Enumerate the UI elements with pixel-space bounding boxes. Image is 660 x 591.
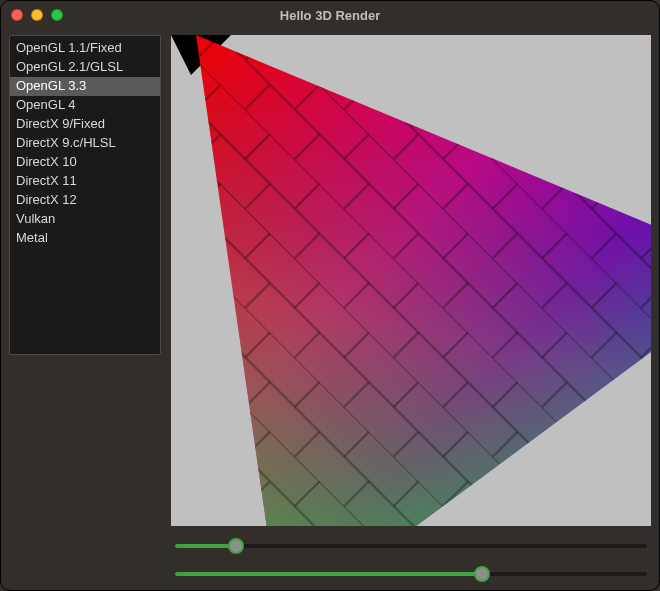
list-item[interactable]: DirectX 10: [10, 153, 160, 172]
window-controls: [11, 9, 63, 21]
close-icon[interactable]: [11, 9, 23, 21]
zoom-icon[interactable]: [51, 9, 63, 21]
titlebar: Hello 3D Render: [1, 1, 659, 29]
app-window: Hello 3D Render OpenGL 1.1/FixedOpenGL 2…: [0, 0, 660, 591]
slider-panel: [171, 536, 651, 582]
main-panel: [171, 35, 651, 582]
minimize-icon[interactable]: [31, 9, 43, 21]
list-item[interactable]: DirectX 9/Fixed: [10, 115, 160, 134]
slider-thumb[interactable]: [474, 566, 490, 582]
content-area: OpenGL 1.1/FixedOpenGL 2.1/GLSLOpenGL 3.…: [1, 29, 659, 590]
list-item[interactable]: OpenGL 2.1/GLSL: [10, 58, 160, 77]
list-item[interactable]: Metal: [10, 229, 160, 248]
list-item[interactable]: DirectX 11: [10, 172, 160, 191]
slider-thumb[interactable]: [228, 538, 244, 554]
list-item[interactable]: OpenGL 4: [10, 96, 160, 115]
window-title: Hello 3D Render: [1, 8, 659, 23]
slider-1[interactable]: [175, 538, 647, 554]
slider-fill: [175, 544, 236, 548]
slider-2[interactable]: [175, 566, 647, 582]
list-item[interactable]: DirectX 9.c/HLSL: [10, 134, 160, 153]
list-item[interactable]: Vulkan: [10, 210, 160, 229]
render-output: [171, 35, 651, 526]
list-item[interactable]: DirectX 12: [10, 191, 160, 210]
slider-track: [175, 544, 647, 548]
list-item[interactable]: OpenGL 1.1/Fixed: [10, 39, 160, 58]
slider-fill: [175, 572, 482, 576]
svg-marker-10: [196, 35, 651, 526]
render-viewport: [171, 35, 651, 526]
api-list[interactable]: OpenGL 1.1/FixedOpenGL 2.1/GLSLOpenGL 3.…: [9, 35, 161, 355]
list-item[interactable]: OpenGL 3.3: [10, 77, 160, 96]
